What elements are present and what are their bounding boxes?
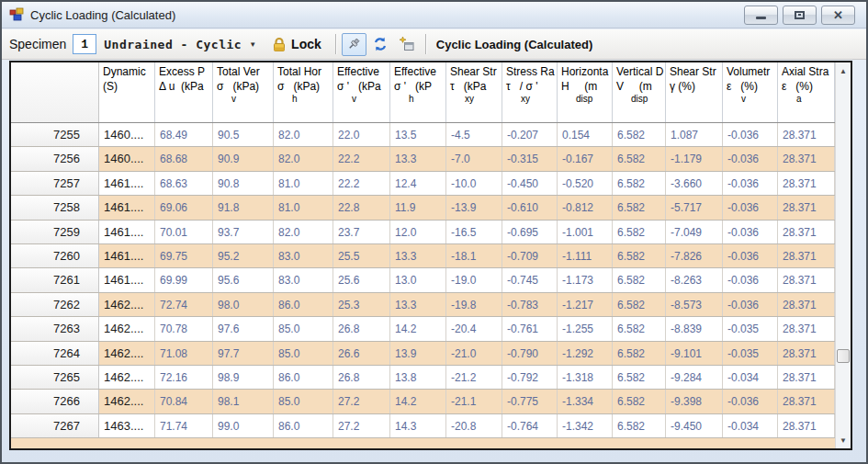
grid-cell[interactable]: -0.775 <box>502 390 558 413</box>
grid-cell[interactable]: 22.2 <box>333 147 390 170</box>
grid-cell[interactable]: -1.217 <box>558 293 613 316</box>
grid-cell[interactable]: 82.0 <box>274 123 333 146</box>
grid-cell[interactable]: 93.7 <box>213 221 274 243</box>
grid-cell[interactable]: 95.2 <box>213 244 274 267</box>
grid-cell[interactable]: 69.06 <box>155 196 213 219</box>
grid-cell[interactable]: -1.334 <box>558 390 613 413</box>
grid-cell[interactable]: 6.582 <box>613 342 666 365</box>
grid-cell[interactable]: 6.582 <box>613 414 666 437</box>
grid-cell[interactable]: 13.9 <box>390 342 446 365</box>
grid-cell[interactable]: 12.0 <box>390 221 446 243</box>
grid-cell[interactable]: -1.292 <box>558 342 613 365</box>
grid-cell[interactable]: 25.3 <box>333 293 390 316</box>
row-header[interactable]: 7259 <box>11 221 99 243</box>
grid-cell[interactable]: 26.8 <box>333 366 390 389</box>
grid-cell[interactable]: 22.2 <box>333 172 390 195</box>
grid-cell[interactable]: 1463.... <box>99 414 155 437</box>
grid-cell[interactable]: 1461.... <box>99 196 155 219</box>
grid-cell[interactable]: 68.68 <box>155 147 213 170</box>
grid-cell[interactable]: -1.173 <box>558 268 613 291</box>
row-header[interactable]: 7263 <box>11 317 99 340</box>
grid-cell[interactable]: 28.371 <box>778 317 835 340</box>
grid-cell[interactable]: -0.036 <box>723 244 778 267</box>
grid-cell[interactable]: -0.036 <box>723 147 778 170</box>
grid-cell[interactable]: 26.6 <box>333 342 390 365</box>
grid-cell[interactable]: 85.0 <box>274 342 333 365</box>
grid-cell[interactable]: -10.0 <box>446 172 502 195</box>
grid-cell[interactable]: 91.8 <box>213 196 274 219</box>
grid-cell[interactable]: 13.3 <box>390 244 446 267</box>
column-header-3[interactable]: Total Horσ (kPa)h <box>274 62 333 122</box>
grid-cell[interactable]: 82.0 <box>274 147 333 170</box>
row-header[interactable]: 7255 <box>11 123 99 146</box>
grid-cell[interactable]: -16.5 <box>446 221 502 243</box>
grid-cell[interactable]: 13.3 <box>390 293 446 316</box>
grid-cell[interactable]: -7.826 <box>666 244 723 267</box>
grid-cell[interactable]: 6.582 <box>613 390 666 413</box>
grid-cell[interactable]: -7.049 <box>666 221 723 243</box>
column-header-5[interactable]: Effectiveσ ' (kPh <box>390 62 446 122</box>
grid-cell[interactable]: 68.49 <box>155 123 213 146</box>
grid-cell[interactable]: 97.6 <box>213 317 274 340</box>
vertical-scrollbar[interactable]: ▲ ▼ <box>835 62 851 448</box>
column-header-6[interactable]: Shear Strτ (kPaxy <box>446 62 502 122</box>
grid-cell[interactable]: -1.001 <box>558 221 613 243</box>
row-header[interactable]: 7265 <box>11 366 99 389</box>
grid-cell[interactable]: 95.6 <box>213 268 274 291</box>
grid-cell[interactable]: 28.371 <box>778 147 835 170</box>
column-header-9[interactable]: Vertical DV (mdisp <box>613 62 666 122</box>
grid-cell[interactable]: -9.450 <box>666 414 723 437</box>
column-header-8[interactable]: HorizontaH (mdisp <box>558 62 613 122</box>
grid-cell[interactable]: 13.8 <box>390 366 446 389</box>
grid-cell[interactable]: 22.8 <box>333 196 390 219</box>
grid-cell[interactable]: 6.582 <box>613 196 666 219</box>
grid-cell[interactable]: -20.4 <box>446 317 502 340</box>
grid-cell[interactable]: 99.0 <box>213 414 274 437</box>
grid-cell[interactable]: 6.582 <box>613 268 666 291</box>
grid-cell[interactable]: 1462.... <box>99 342 155 365</box>
refresh-button[interactable] <box>368 33 393 56</box>
grid-cell[interactable]: 86.0 <box>274 293 333 316</box>
grid-cell[interactable]: 1461.... <box>99 172 155 195</box>
row-header[interactable]: 7258 <box>11 196 99 219</box>
grid-cell[interactable]: -0.036 <box>723 293 778 316</box>
grid-cell[interactable]: 97.7 <box>213 342 274 365</box>
grid-cell[interactable]: -8.839 <box>666 317 723 340</box>
column-header-7[interactable]: Stress Raτ / σ 'xy <box>502 62 558 122</box>
grid-cell[interactable]: 83.0 <box>274 268 333 291</box>
grid-cell[interactable]: -20.8 <box>446 414 502 437</box>
column-header-11[interactable]: Volumetrε (%)v <box>723 62 778 122</box>
grid-cell[interactable]: 12.4 <box>390 172 446 195</box>
grid-cell[interactable]: -21.2 <box>446 366 502 389</box>
grid-cell[interactable]: 1462.... <box>99 293 155 316</box>
specimen-input[interactable]: 1 <box>73 34 96 54</box>
grid-cell[interactable]: 81.0 <box>274 196 333 219</box>
grid-cell[interactable]: -1.318 <box>558 366 613 389</box>
grid-cell[interactable]: 1461.... <box>99 221 155 243</box>
grid-cell[interactable]: -0.207 <box>502 123 558 146</box>
grid-cell[interactable]: -0.709 <box>502 244 558 267</box>
grid-cell[interactable]: 28.371 <box>778 221 835 243</box>
grid-cell[interactable]: 86.0 <box>274 366 333 389</box>
grid-cell[interactable]: 69.99 <box>155 268 213 291</box>
grid-cell[interactable]: -7.0 <box>446 147 502 170</box>
lock-label[interactable]: Lock <box>291 37 321 51</box>
grid-cell[interactable]: -4.5 <box>446 123 502 146</box>
grid-cell[interactable]: 85.0 <box>274 390 333 413</box>
grid-cell[interactable]: -0.695 <box>502 221 558 243</box>
grid-cell[interactable]: 71.08 <box>155 342 213 365</box>
grid-cell[interactable]: 22.0 <box>333 123 390 146</box>
grid-cell[interactable]: 28.371 <box>778 390 835 413</box>
scrollbar-thumb[interactable] <box>837 349 850 363</box>
grid-cell[interactable]: 86.0 <box>274 414 333 437</box>
grid-cell[interactable]: -0.792 <box>502 366 558 389</box>
grid-cell[interactable]: 70.01 <box>155 221 213 243</box>
grid-cell[interactable]: 1462.... <box>99 390 155 413</box>
grid-cell[interactable]: 90.9 <box>213 147 274 170</box>
grid-cell[interactable]: 70.84 <box>155 390 213 413</box>
grid-cell[interactable]: -0.036 <box>723 390 778 413</box>
drainage-mode-dropdown[interactable]: Undrained - Cyclic ▼ <box>104 38 256 51</box>
row-header[interactable]: 7266 <box>11 390 99 413</box>
grid-cell[interactable]: -0.036 <box>723 221 778 243</box>
column-header-2[interactable]: Total Verσ (kPa)v <box>213 62 274 122</box>
